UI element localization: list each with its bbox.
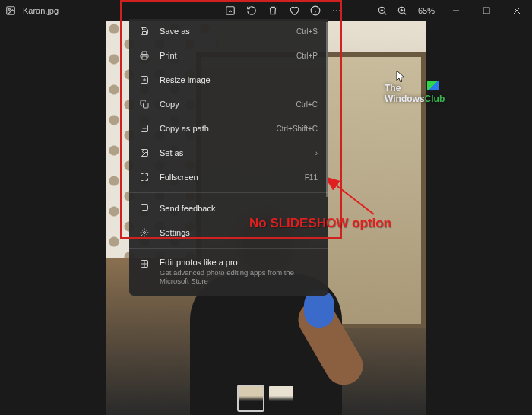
menu-resize[interactable]: Resize image [129, 68, 328, 92]
copy-icon [138, 98, 150, 110]
file-name: Karan.jpg [23, 6, 59, 15]
delete-btn[interactable] [263, 0, 283, 21]
rotate-btn[interactable] [242, 0, 261, 21]
svg-rect-9 [483, 8, 489, 14]
thumbnail-2[interactable] [268, 385, 295, 412]
fullscreen-icon [138, 171, 150, 183]
copy-path-icon [138, 122, 150, 135]
more-btn[interactable] [327, 0, 347, 21]
menu-label: Save as [160, 27, 296, 36]
menu-separator [129, 248, 328, 249]
svg-point-6 [339, 10, 340, 11]
header-toolbar [220, 0, 347, 21]
menu-label: Copy [160, 100, 296, 109]
context-menu: Save as Ctrl+S Print Ctrl+P Resize image… [129, 19, 328, 296]
edit-image-btn[interactable] [220, 0, 240, 21]
menu-shortcut: Ctrl+C [296, 100, 318, 109]
zoom-level[interactable]: 65% [418, 6, 435, 15]
info-btn[interactable] [306, 0, 325, 21]
maximize-btn[interactable] [471, 0, 502, 21]
settings-icon [138, 227, 150, 239]
zoom-out-btn[interactable] [372, 0, 392, 21]
resize-icon [138, 74, 150, 86]
thumbnail-1[interactable] [237, 385, 264, 412]
promo-title: Edit photos like a pro [160, 258, 319, 267]
menu-settings[interactable]: Settings [129, 220, 328, 245]
zoom-in-btn[interactable] [392, 0, 412, 21]
minimize-btn[interactable] [441, 0, 471, 21]
svg-rect-12 [144, 103, 149, 109]
menu-set-as[interactable]: Set as › [129, 141, 328, 165]
menu-label: Resize image [160, 75, 318, 84]
menu-feedback[interactable]: Send feedback [129, 196, 328, 220]
menu-label: Copy as path [160, 124, 277, 133]
menu-promo[interactable]: Edit photos like a pro Get advanced phot… [129, 252, 328, 291]
menu-label: Send feedback [160, 204, 318, 213]
menu-separator [129, 192, 328, 193]
menu-shortcut: Ctrl+Shift+C [277, 125, 318, 133]
close-btn[interactable] [502, 0, 532, 21]
svg-point-16 [144, 232, 146, 234]
menu-shortcut: F11 [305, 173, 318, 182]
svg-point-15 [143, 151, 144, 153]
menu-label: Fullscreen [160, 173, 305, 182]
menu-print[interactable]: Print Ctrl+P [129, 43, 328, 68]
menu-save-as[interactable]: Save as Ctrl+S [129, 19, 328, 43]
chevron-right-icon: › [315, 149, 318, 157]
title-left: Karan.jpg [5, 5, 59, 17]
print-icon [138, 49, 150, 62]
svg-point-5 [336, 10, 337, 11]
svg-rect-10 [142, 56, 147, 59]
store-icon [138, 258, 150, 270]
menu-copy[interactable]: Copy Ctrl+C [129, 92, 328, 116]
menu-label: Settings [160, 228, 318, 237]
favorite-btn[interactable] [284, 0, 304, 21]
app-icon [5, 5, 17, 17]
save-icon [138, 25, 150, 37]
title-bar: Karan.jpg 65% [0, 0, 532, 21]
menu-scrollbar[interactable] [326, 22, 328, 197]
menu-fullscreen[interactable]: Fullscreen F11 [129, 165, 328, 189]
filmstrip [237, 385, 295, 412]
svg-point-4 [333, 10, 334, 11]
promo-subtitle: Get advanced photo editing apps from the… [160, 268, 319, 285]
menu-copy-path[interactable]: Copy as path Ctrl+Shift+C [129, 116, 328, 141]
title-right: 65% [372, 0, 532, 21]
svg-point-1 [8, 8, 10, 10]
watermark-logo [427, 81, 439, 90]
feedback-icon [138, 202, 150, 214]
menu-label: Print [160, 51, 296, 60]
set-as-icon [138, 147, 150, 159]
menu-shortcut: Ctrl+S [296, 27, 318, 36]
menu-label: Set as [160, 148, 315, 157]
menu-shortcut: Ctrl+P [296, 52, 318, 60]
